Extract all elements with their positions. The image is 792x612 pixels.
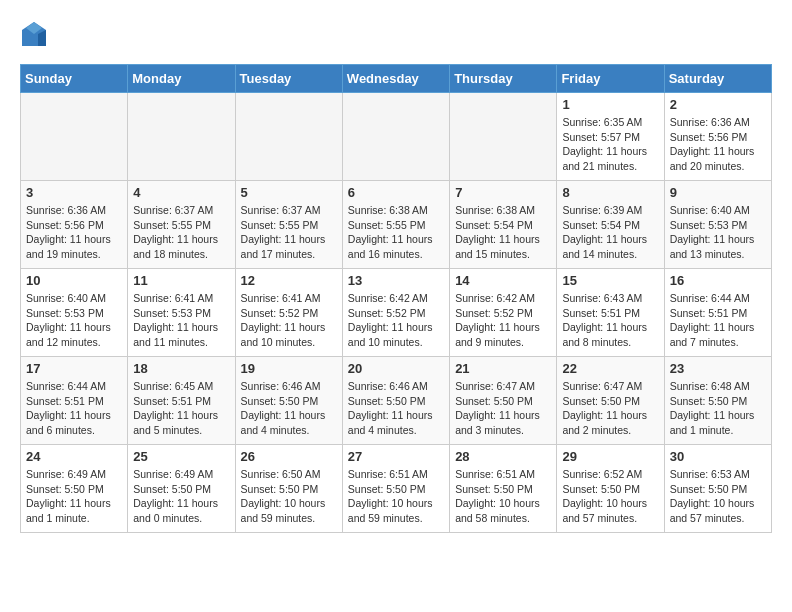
day-number: 12 xyxy=(241,273,337,288)
weekday-header: Friday xyxy=(557,65,664,93)
page-header xyxy=(20,20,772,48)
calendar-cell xyxy=(21,93,128,181)
day-info: Sunrise: 6:43 AM Sunset: 5:51 PM Dayligh… xyxy=(562,291,658,350)
weekday-header: Thursday xyxy=(450,65,557,93)
calendar-cell: 5Sunrise: 6:37 AM Sunset: 5:55 PM Daylig… xyxy=(235,181,342,269)
day-number: 2 xyxy=(670,97,766,112)
weekday-header: Tuesday xyxy=(235,65,342,93)
calendar-header-row: SundayMondayTuesdayWednesdayThursdayFrid… xyxy=(21,65,772,93)
calendar-cell: 1Sunrise: 6:35 AM Sunset: 5:57 PM Daylig… xyxy=(557,93,664,181)
day-info: Sunrise: 6:52 AM Sunset: 5:50 PM Dayligh… xyxy=(562,467,658,526)
day-info: Sunrise: 6:38 AM Sunset: 5:55 PM Dayligh… xyxy=(348,203,444,262)
weekday-header: Monday xyxy=(128,65,235,93)
day-info: Sunrise: 6:46 AM Sunset: 5:50 PM Dayligh… xyxy=(241,379,337,438)
day-number: 30 xyxy=(670,449,766,464)
calendar-cell: 14Sunrise: 6:42 AM Sunset: 5:52 PM Dayli… xyxy=(450,269,557,357)
day-number: 6 xyxy=(348,185,444,200)
day-number: 11 xyxy=(133,273,229,288)
calendar-cell: 24Sunrise: 6:49 AM Sunset: 5:50 PM Dayli… xyxy=(21,445,128,533)
day-info: Sunrise: 6:49 AM Sunset: 5:50 PM Dayligh… xyxy=(133,467,229,526)
calendar-cell: 29Sunrise: 6:52 AM Sunset: 5:50 PM Dayli… xyxy=(557,445,664,533)
day-info: Sunrise: 6:37 AM Sunset: 5:55 PM Dayligh… xyxy=(133,203,229,262)
calendar-cell: 10Sunrise: 6:40 AM Sunset: 5:53 PM Dayli… xyxy=(21,269,128,357)
calendar-cell: 9Sunrise: 6:40 AM Sunset: 5:53 PM Daylig… xyxy=(664,181,771,269)
day-number: 3 xyxy=(26,185,122,200)
calendar-cell: 17Sunrise: 6:44 AM Sunset: 5:51 PM Dayli… xyxy=(21,357,128,445)
calendar-cell: 6Sunrise: 6:38 AM Sunset: 5:55 PM Daylig… xyxy=(342,181,449,269)
calendar-cell: 7Sunrise: 6:38 AM Sunset: 5:54 PM Daylig… xyxy=(450,181,557,269)
calendar-cell: 18Sunrise: 6:45 AM Sunset: 5:51 PM Dayli… xyxy=(128,357,235,445)
day-number: 16 xyxy=(670,273,766,288)
calendar-cell: 4Sunrise: 6:37 AM Sunset: 5:55 PM Daylig… xyxy=(128,181,235,269)
calendar-table: SundayMondayTuesdayWednesdayThursdayFrid… xyxy=(20,64,772,533)
calendar-week-row: 10Sunrise: 6:40 AM Sunset: 5:53 PM Dayli… xyxy=(21,269,772,357)
day-number: 4 xyxy=(133,185,229,200)
day-number: 1 xyxy=(562,97,658,112)
day-info: Sunrise: 6:37 AM Sunset: 5:55 PM Dayligh… xyxy=(241,203,337,262)
calendar-cell: 26Sunrise: 6:50 AM Sunset: 5:50 PM Dayli… xyxy=(235,445,342,533)
day-info: Sunrise: 6:39 AM Sunset: 5:54 PM Dayligh… xyxy=(562,203,658,262)
day-info: Sunrise: 6:51 AM Sunset: 5:50 PM Dayligh… xyxy=(348,467,444,526)
logo-icon xyxy=(20,20,48,48)
calendar-cell xyxy=(450,93,557,181)
calendar-cell: 12Sunrise: 6:41 AM Sunset: 5:52 PM Dayli… xyxy=(235,269,342,357)
day-number: 24 xyxy=(26,449,122,464)
day-number: 5 xyxy=(241,185,337,200)
calendar-cell xyxy=(235,93,342,181)
day-info: Sunrise: 6:42 AM Sunset: 5:52 PM Dayligh… xyxy=(455,291,551,350)
day-number: 22 xyxy=(562,361,658,376)
day-number: 17 xyxy=(26,361,122,376)
day-info: Sunrise: 6:41 AM Sunset: 5:52 PM Dayligh… xyxy=(241,291,337,350)
day-number: 21 xyxy=(455,361,551,376)
day-info: Sunrise: 6:47 AM Sunset: 5:50 PM Dayligh… xyxy=(455,379,551,438)
calendar-cell: 19Sunrise: 6:46 AM Sunset: 5:50 PM Dayli… xyxy=(235,357,342,445)
day-info: Sunrise: 6:51 AM Sunset: 5:50 PM Dayligh… xyxy=(455,467,551,526)
weekday-header: Wednesday xyxy=(342,65,449,93)
day-info: Sunrise: 6:41 AM Sunset: 5:53 PM Dayligh… xyxy=(133,291,229,350)
calendar-cell: 13Sunrise: 6:42 AM Sunset: 5:52 PM Dayli… xyxy=(342,269,449,357)
calendar-cell: 27Sunrise: 6:51 AM Sunset: 5:50 PM Dayli… xyxy=(342,445,449,533)
calendar-cell: 20Sunrise: 6:46 AM Sunset: 5:50 PM Dayli… xyxy=(342,357,449,445)
day-info: Sunrise: 6:36 AM Sunset: 5:56 PM Dayligh… xyxy=(26,203,122,262)
calendar-cell: 15Sunrise: 6:43 AM Sunset: 5:51 PM Dayli… xyxy=(557,269,664,357)
day-number: 10 xyxy=(26,273,122,288)
calendar-cell: 16Sunrise: 6:44 AM Sunset: 5:51 PM Dayli… xyxy=(664,269,771,357)
calendar-cell: 2Sunrise: 6:36 AM Sunset: 5:56 PM Daylig… xyxy=(664,93,771,181)
day-info: Sunrise: 6:40 AM Sunset: 5:53 PM Dayligh… xyxy=(670,203,766,262)
day-number: 20 xyxy=(348,361,444,376)
day-number: 25 xyxy=(133,449,229,464)
calendar-cell: 8Sunrise: 6:39 AM Sunset: 5:54 PM Daylig… xyxy=(557,181,664,269)
day-info: Sunrise: 6:45 AM Sunset: 5:51 PM Dayligh… xyxy=(133,379,229,438)
weekday-header: Sunday xyxy=(21,65,128,93)
day-number: 19 xyxy=(241,361,337,376)
calendar-cell: 3Sunrise: 6:36 AM Sunset: 5:56 PM Daylig… xyxy=(21,181,128,269)
day-number: 18 xyxy=(133,361,229,376)
day-info: Sunrise: 6:44 AM Sunset: 5:51 PM Dayligh… xyxy=(26,379,122,438)
calendar-week-row: 24Sunrise: 6:49 AM Sunset: 5:50 PM Dayli… xyxy=(21,445,772,533)
day-info: Sunrise: 6:40 AM Sunset: 5:53 PM Dayligh… xyxy=(26,291,122,350)
day-number: 26 xyxy=(241,449,337,464)
day-number: 14 xyxy=(455,273,551,288)
day-number: 13 xyxy=(348,273,444,288)
day-number: 8 xyxy=(562,185,658,200)
day-number: 29 xyxy=(562,449,658,464)
day-info: Sunrise: 6:53 AM Sunset: 5:50 PM Dayligh… xyxy=(670,467,766,526)
day-number: 28 xyxy=(455,449,551,464)
calendar-cell xyxy=(342,93,449,181)
day-info: Sunrise: 6:35 AM Sunset: 5:57 PM Dayligh… xyxy=(562,115,658,174)
calendar-cell: 21Sunrise: 6:47 AM Sunset: 5:50 PM Dayli… xyxy=(450,357,557,445)
day-number: 15 xyxy=(562,273,658,288)
day-info: Sunrise: 6:38 AM Sunset: 5:54 PM Dayligh… xyxy=(455,203,551,262)
day-info: Sunrise: 6:50 AM Sunset: 5:50 PM Dayligh… xyxy=(241,467,337,526)
calendar-cell: 28Sunrise: 6:51 AM Sunset: 5:50 PM Dayli… xyxy=(450,445,557,533)
calendar-cell: 22Sunrise: 6:47 AM Sunset: 5:50 PM Dayli… xyxy=(557,357,664,445)
calendar-week-row: 1Sunrise: 6:35 AM Sunset: 5:57 PM Daylig… xyxy=(21,93,772,181)
day-number: 7 xyxy=(455,185,551,200)
calendar-cell: 23Sunrise: 6:48 AM Sunset: 5:50 PM Dayli… xyxy=(664,357,771,445)
calendar-cell: 25Sunrise: 6:49 AM Sunset: 5:50 PM Dayli… xyxy=(128,445,235,533)
day-info: Sunrise: 6:44 AM Sunset: 5:51 PM Dayligh… xyxy=(670,291,766,350)
day-number: 9 xyxy=(670,185,766,200)
calendar-week-row: 3Sunrise: 6:36 AM Sunset: 5:56 PM Daylig… xyxy=(21,181,772,269)
day-info: Sunrise: 6:46 AM Sunset: 5:50 PM Dayligh… xyxy=(348,379,444,438)
calendar-week-row: 17Sunrise: 6:44 AM Sunset: 5:51 PM Dayli… xyxy=(21,357,772,445)
